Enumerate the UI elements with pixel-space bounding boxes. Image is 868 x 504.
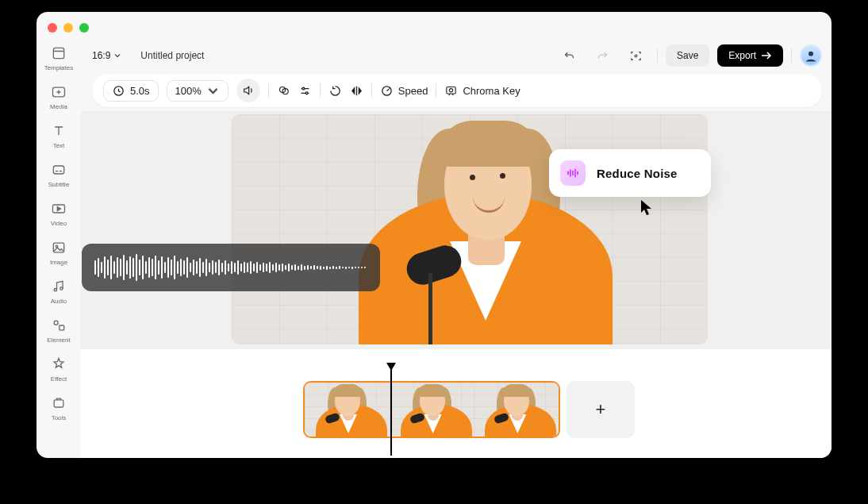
rotate-icon [328,84,342,98]
sidebar-item-label: Text [53,142,65,149]
sidebar-item-audio[interactable]: Audio [51,279,67,305]
reduce-noise-popup[interactable]: Reduce Noise [549,149,711,197]
svg-point-12 [808,52,813,56]
toolbar: 5.0s 100% Speed Chroma Key [92,74,822,107]
minimize-window-icon[interactable] [63,23,73,33]
sidebar-item-label: Subtitle [48,181,70,188]
chroma-key-button[interactable]: Chroma Key [444,84,520,98]
video-icon [51,201,67,217]
timeline: + [81,349,832,458]
sidebar-item-label: Image [50,259,67,266]
scan-crop-button[interactable] [624,43,649,68]
maximize-window-icon[interactable] [79,23,89,33]
text-icon [51,123,67,139]
svg-point-6 [54,289,56,291]
sliders-icon [298,84,312,98]
divider [268,83,269,98]
add-clip-label: + [596,399,606,420]
svg-point-8 [54,321,58,325]
chroma-label: Chroma Key [463,85,520,97]
window-controls [48,23,89,33]
flip-button[interactable] [350,84,363,98]
svg-point-17 [305,91,308,94]
export-button[interactable]: Export [717,44,783,67]
sidebar-item-label: Element [47,337,70,344]
rotate-button[interactable] [328,84,342,98]
sidebar-item-subtitle[interactable]: Subtitle [48,162,70,188]
svg-point-20 [450,88,453,91]
sidebar-item-templates[interactable]: Templates [44,45,73,71]
export-label: Export [728,50,756,61]
chevron-down-icon [113,52,121,60]
cursor-icon [639,198,655,220]
waveform-icon [560,160,586,186]
topbar: 16:9 Untitled project Save Export [92,40,822,71]
sidebar-item-tools[interactable]: Tools [51,395,67,421]
divider [320,83,321,98]
divider [791,48,792,63]
divider [657,48,658,63]
svg-point-11 [636,55,638,57]
sidebar-item-effect[interactable]: Effect [51,356,67,383]
project-title[interactable]: Untitled project [140,50,204,61]
close-window-icon[interactable] [48,23,57,33]
chevron-down-icon [206,84,220,98]
timeline-clip[interactable] [303,381,560,438]
zoom-dropdown[interactable]: 100% [167,80,229,102]
chroma-icon [444,84,458,98]
tools-icon [51,395,67,411]
duration-chip[interactable]: 5.0s [103,80,159,102]
sidebar-item-video[interactable]: Video [51,201,67,227]
redo-button[interactable] [590,43,616,68]
sidebar-item-media[interactable]: Media [50,84,67,110]
speedometer-icon [380,84,394,98]
speed-button[interactable]: Speed [380,84,428,98]
redo-icon [596,49,609,63]
svg-rect-19 [447,87,455,94]
user-avatar[interactable] [800,44,822,67]
scan-icon [629,49,643,63]
speed-label: Speed [398,85,428,97]
divider [436,83,436,98]
volume-button[interactable] [236,79,260,102]
svg-rect-0 [53,48,63,58]
popup-label: Reduce Noise [597,167,678,180]
undo-button[interactable] [557,43,582,68]
svg-rect-2 [53,166,63,174]
undo-icon [563,49,576,63]
svg-rect-10 [54,400,63,407]
sidebar-item-text[interactable]: Text [51,123,67,149]
audio-icon [51,279,67,294]
audio-waveform-overlay[interactable] [82,244,380,291]
svg-point-7 [60,287,63,290]
sidebar-item-label: Templates [44,64,73,71]
duration-value: 5.0s [130,85,150,97]
svg-rect-4 [53,243,63,252]
app-window: Templates Media Text Subtitle Video Imag… [36,12,832,458]
element-icon [51,317,67,333]
aspect-ratio-dropdown[interactable]: 16:9 [92,50,121,61]
sidebar-item-label: Video [51,220,67,227]
sidebar-item-element[interactable]: Element [47,317,70,344]
templates-icon [51,45,67,61]
adjust-button[interactable] [298,84,312,98]
zoom-value: 100% [175,85,202,97]
svg-rect-9 [60,325,64,330]
color-circles-icon [277,84,290,98]
color-button[interactable] [277,84,290,98]
canvas-area [81,111,832,349]
sidebar-item-image[interactable]: Image [50,240,67,266]
image-icon [51,240,67,256]
clock-icon [112,84,125,98]
arrow-right-icon [761,51,772,60]
sidebar: Templates Media Text Subtitle Video Imag… [36,37,81,458]
aspect-ratio-value: 16:9 [92,50,110,61]
avatar-icon [804,48,818,63]
svg-point-16 [302,87,305,90]
save-button[interactable]: Save [666,44,709,67]
playhead[interactable] [390,368,392,456]
subtitle-icon [51,162,67,178]
flip-icon [350,84,363,98]
add-clip-button[interactable]: + [567,381,635,438]
sidebar-item-label: Tools [52,414,67,421]
